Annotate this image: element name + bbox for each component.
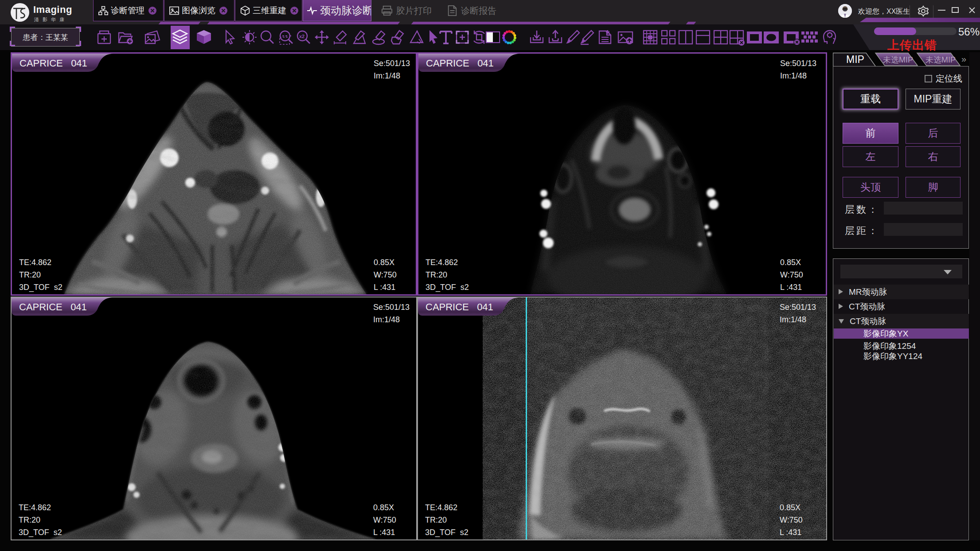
svg-text:未选MIP: 未选MIP xyxy=(883,55,913,64)
svg-text:x2: x2 xyxy=(299,34,305,39)
svg-text:»: » xyxy=(961,54,966,64)
svg-text:MIP: MIP xyxy=(846,54,864,65)
svg-text:未选MIP: 未选MIP xyxy=(925,55,956,64)
